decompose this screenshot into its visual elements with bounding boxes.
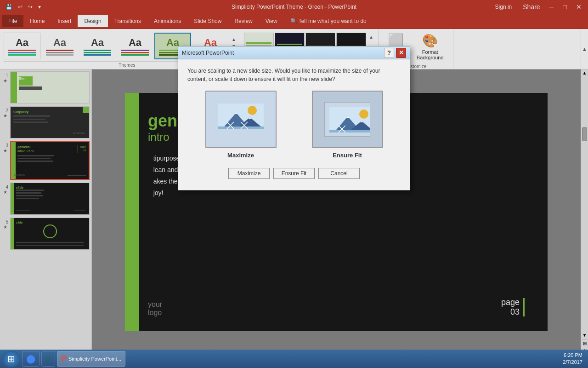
cancel-button[interactable]: Cancel — [318, 168, 360, 179]
ensure-fit-button[interactable]: Ensure Fit — [273, 168, 315, 179]
maximize-option: Maximize — [205, 91, 277, 159]
dialog-options: Maximize — [187, 91, 401, 159]
maximize-preview[interactable] — [205, 91, 277, 148]
dialog-controls: ? ✕ — [384, 48, 406, 58]
dialog-titlebar: Microsoft PowerPoint ? ✕ — [178, 46, 410, 59]
taskbar-right: 6:20 PM 2/7/2017 — [563, 352, 586, 366]
start-button[interactable]: ⊞ — [2, 351, 20, 367]
taskbar-powerpoint[interactable]: P Simplicity PowerPoint... — [57, 351, 125, 367]
dialog: Microsoft PowerPoint ? ✕ You are scaling… — [178, 46, 410, 190]
dialog-buttons: Maximize Ensure Fit Cancel — [187, 168, 401, 183]
svg-point-4 — [248, 106, 257, 115]
ensure-fit-label: Ensure Fit — [333, 152, 362, 159]
ensure-fit-option: Ensure Fit — [312, 91, 383, 159]
svg-point-16 — [359, 109, 368, 119]
dialog-message: You are scaling to a new slide size. Wou… — [187, 67, 401, 83]
maximize-illustration — [213, 99, 268, 140]
svg-rect-17 — [329, 130, 370, 132]
maximize-label: Maximize — [227, 152, 254, 159]
dialog-close-button[interactable]: ✕ — [396, 48, 406, 58]
dialog-title: Microsoft PowerPoint — [182, 50, 234, 56]
dialog-help-button[interactable]: ? — [384, 48, 394, 58]
taskbar-time: 6:20 PM 2/7/2017 — [563, 352, 582, 366]
taskbar: ⊞ ⬤ X P Simplicity PowerPoint... 6:20 PM… — [0, 350, 588, 368]
taskbar-chrome[interactable]: ⬤ — [22, 351, 40, 367]
ensure-fit-preview[interactable] — [312, 91, 383, 148]
taskbar-excel[interactable]: X — [41, 351, 55, 367]
ensure-fit-illustration — [325, 103, 370, 137]
dialog-overlay: Microsoft PowerPoint ? ✕ You are scaling… — [0, 0, 588, 353]
dialog-body: You are scaling to a new slide size. Wou… — [178, 59, 410, 190]
taskbar-pp-label: Simplicity PowerPoint... — [68, 356, 121, 362]
maximize-button[interactable]: Maximize — [228, 168, 270, 179]
